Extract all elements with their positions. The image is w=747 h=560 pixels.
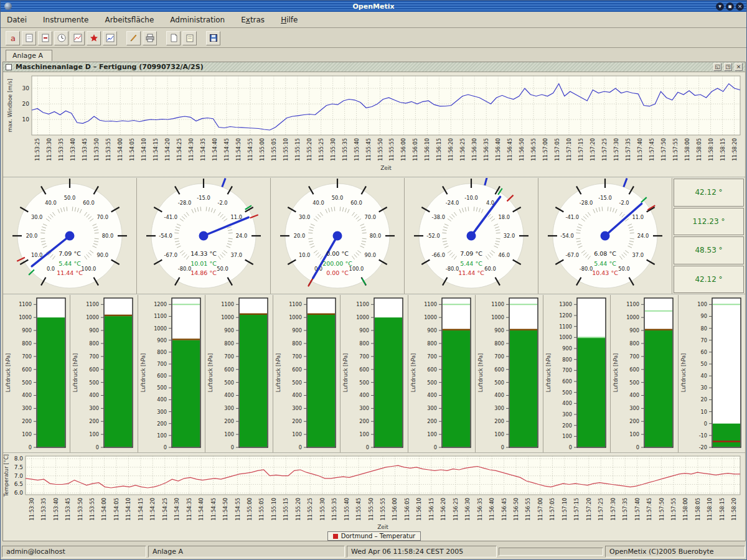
svg-text:-28.0: -28.0 bbox=[580, 200, 593, 206]
svg-text:11:57:00: 11:57:00 bbox=[537, 498, 543, 521]
printer-icon[interactable] bbox=[143, 31, 157, 45]
svg-text:11:57:50: 11:57:50 bbox=[659, 498, 665, 521]
temperature-gauge: -80.0-67.0-54.0-41.0-28.0-15.0-2.011.024… bbox=[137, 178, 271, 294]
svg-text:800: 800 bbox=[360, 340, 370, 347]
clock-gauge-icon[interactable] bbox=[54, 31, 68, 45]
svg-text:-15.0: -15.0 bbox=[197, 195, 210, 201]
tab-anlage-a[interactable]: Anlage A bbox=[6, 50, 52, 61]
menu-item-administration[interactable]: Administration bbox=[170, 16, 225, 24]
chart-red-icon[interactable] bbox=[70, 31, 85, 45]
svg-text:400: 400 bbox=[495, 392, 505, 398]
svg-text:11:57:20: 11:57:20 bbox=[590, 138, 596, 161]
page-flip-icon[interactable] bbox=[166, 31, 181, 45]
menu-item-hilfe[interactable]: Hilfe bbox=[281, 16, 298, 24]
shade-button[interactable]: ▾ bbox=[716, 2, 724, 11]
svg-text:0: 0 bbox=[164, 444, 167, 450]
svg-text:11:56:35: 11:56:35 bbox=[483, 138, 489, 161]
svg-text:900: 900 bbox=[495, 327, 505, 334]
title-bar[interactable]: OpenMetix ▾ ▪ × bbox=[1, 1, 746, 12]
svg-text:700: 700 bbox=[292, 353, 302, 360]
close-button[interactable]: × bbox=[736, 2, 744, 11]
svg-text:max. Windboe [m/s]: max. Windboe [m/s] bbox=[7, 78, 13, 132]
frame-maximize-button[interactable]: ◳ bbox=[724, 63, 732, 71]
svg-text:11:54:10: 11:54:10 bbox=[125, 498, 131, 521]
svg-text:11:58:20: 11:58:20 bbox=[731, 138, 738, 161]
svg-text:400: 400 bbox=[427, 392, 437, 398]
svg-text:30.0: 30.0 bbox=[299, 214, 310, 220]
svg-text:-10.0: -10.0 bbox=[464, 195, 477, 201]
svg-text:11:54:45: 11:54:45 bbox=[210, 498, 217, 521]
menu-item-arbeitsflaeche[interactable]: Arbeitsfläche bbox=[105, 16, 154, 24]
svg-text:11:55:25: 11:55:25 bbox=[307, 498, 313, 521]
pressure-bar-gauge: Luftdruck [hPa]0100200300400500600700800… bbox=[341, 295, 408, 452]
pressure-bar-gauge: Luftdruck [hPa]0100200300400500600700800… bbox=[408, 295, 476, 452]
legend-label: Dortmund – Temperatur bbox=[341, 533, 415, 539]
svg-text:11:56:15: 11:56:15 bbox=[436, 138, 442, 161]
svg-text:100: 100 bbox=[495, 431, 505, 437]
svg-text:1000: 1000 bbox=[19, 314, 32, 320]
svg-text:900: 900 bbox=[157, 337, 167, 343]
frame-icon bbox=[6, 64, 12, 70]
svg-text:11:54:55: 11:54:55 bbox=[235, 498, 241, 521]
pressure-bar-gauge: Luftdruck [hPa]0100200300400500600700800… bbox=[138, 295, 205, 452]
svg-text:90: 90 bbox=[700, 313, 707, 319]
svg-text:6.08 °C: 6.08 °C bbox=[594, 250, 616, 257]
svg-text:700: 700 bbox=[629, 353, 639, 360]
document-remove-icon[interactable] bbox=[38, 31, 52, 45]
svg-text:1000: 1000 bbox=[222, 314, 235, 320]
svg-text:11:55:45: 11:55:45 bbox=[355, 498, 362, 521]
svg-text:1100: 1100 bbox=[154, 313, 167, 319]
svg-text:5.44 °C: 5.44 °C bbox=[59, 260, 81, 267]
label-icon[interactable]: a bbox=[6, 31, 20, 45]
stick-button[interactable]: ▪ bbox=[726, 2, 734, 11]
pressure-bar-gauge: Luftdruck [hPa]-20-100102030405060708090… bbox=[679, 295, 745, 452]
svg-text:900: 900 bbox=[562, 345, 572, 352]
svg-text:a: a bbox=[11, 34, 16, 43]
svg-text:30.0: 30.0 bbox=[31, 214, 42, 220]
svg-text:500: 500 bbox=[629, 380, 639, 386]
menu-item-extras[interactable]: Extras bbox=[241, 16, 265, 24]
chart-blue-icon[interactable] bbox=[103, 31, 117, 45]
svg-text:11.44 °C: 11.44 °C bbox=[57, 269, 83, 276]
svg-text:11:53:30: 11:53:30 bbox=[46, 138, 52, 161]
svg-text:11:56:00: 11:56:00 bbox=[400, 138, 406, 161]
svg-text:1000: 1000 bbox=[87, 314, 100, 320]
svg-text:11:55:05: 11:55:05 bbox=[271, 138, 277, 161]
display-column: 42.12 °112.23 °48.53 °42.12 ° bbox=[672, 178, 745, 294]
svg-text:11:58:05: 11:58:05 bbox=[695, 498, 701, 521]
svg-text:20: 20 bbox=[22, 101, 30, 107]
notes-icon[interactable] bbox=[182, 31, 197, 45]
star-icon[interactable] bbox=[87, 31, 101, 45]
frame-minimize-button[interactable]: ◱ bbox=[713, 63, 721, 71]
svg-text:70: 70 bbox=[700, 337, 707, 343]
document-icon[interactable] bbox=[22, 31, 36, 45]
svg-text:300: 300 bbox=[562, 411, 572, 418]
save-disk-icon[interactable] bbox=[206, 31, 220, 45]
svg-text:-2.0: -2.0 bbox=[217, 200, 227, 206]
svg-text:-80.0: -80.0 bbox=[580, 266, 593, 272]
svg-text:11:58:10: 11:58:10 bbox=[707, 498, 713, 521]
menu-item-datei[interactable]: Datei bbox=[7, 16, 27, 24]
svg-text:11:56:40: 11:56:40 bbox=[495, 138, 501, 161]
svg-text:Luftdruck [hPa]: Luftdruck [hPa] bbox=[5, 353, 11, 392]
svg-text:11:54:40: 11:54:40 bbox=[212, 138, 218, 161]
svg-text:11:55:20: 11:55:20 bbox=[306, 138, 312, 161]
svg-text:700: 700 bbox=[427, 353, 437, 360]
frame-close-button[interactable]: × bbox=[735, 63, 743, 71]
svg-text:11:54:25: 11:54:25 bbox=[176, 138, 182, 161]
svg-text:-41.0: -41.0 bbox=[565, 214, 578, 220]
svg-text:100: 100 bbox=[562, 433, 572, 439]
frame-title-bar[interactable]: Maschinenanlage D – Fertigung (70990732/… bbox=[3, 62, 745, 72]
svg-text:700: 700 bbox=[90, 353, 100, 360]
menu-item-instrumente[interactable]: Instrumente bbox=[43, 16, 88, 24]
svg-text:20: 20 bbox=[700, 396, 707, 403]
status-workspace: Anlage A bbox=[148, 546, 345, 558]
svg-text:50.0: 50.0 bbox=[332, 195, 343, 201]
svg-text:11:54:30: 11:54:30 bbox=[188, 138, 194, 161]
svg-text:11:53:45: 11:53:45 bbox=[65, 498, 71, 521]
svg-text:11:56:05: 11:56:05 bbox=[404, 498, 410, 521]
pencil-icon[interactable] bbox=[126, 31, 141, 45]
svg-text:600: 600 bbox=[562, 378, 572, 385]
svg-text:11:53:40: 11:53:40 bbox=[70, 138, 76, 161]
svg-text:800: 800 bbox=[562, 357, 572, 363]
